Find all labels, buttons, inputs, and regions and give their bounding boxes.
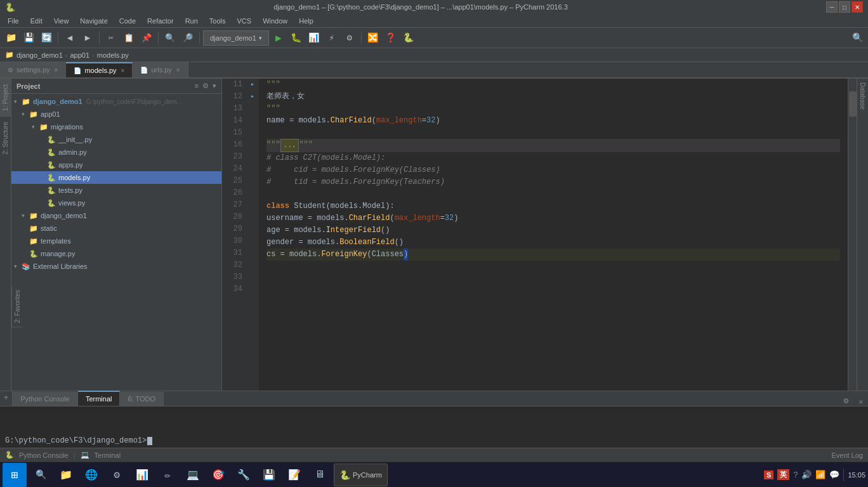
tree-item-static[interactable]: 📁 static <box>11 222 221 235</box>
event-log-btn[interactable]: Event Log <box>831 451 863 459</box>
tray-ime-s[interactable]: S <box>764 471 773 479</box>
toolbar-search-everywhere[interactable]: 🔍 <box>849 30 865 46</box>
toolbar-pycharm[interactable]: 🐍 <box>400 30 417 46</box>
tree-item-app01[interactable]: ▾ 📁 app01 <box>11 108 221 120</box>
taskbar-app-4[interactable]: 💻 <box>181 464 204 486</box>
toolbar-run[interactable]: ▶ <box>270 30 287 46</box>
tree-item-apps[interactable]: 🐍 apps.py <box>11 159 221 171</box>
menu-file[interactable]: File <box>3 16 24 26</box>
toolbar-vcs[interactable]: 🔀 <box>365 30 381 46</box>
tab-settings-close[interactable]: × <box>55 67 58 74</box>
start-button[interactable]: ⊞ <box>3 463 27 487</box>
menu-help[interactable]: Help <box>294 16 319 26</box>
menu-edit[interactable]: Edit <box>25 16 48 26</box>
bottom-tab-terminal[interactable]: Terminal <box>78 391 121 406</box>
tree-item-manage[interactable]: 🐍 manage.py <box>11 247 221 260</box>
menu-refactor[interactable]: Refactor <box>142 16 179 26</box>
tree-item-admin[interactable]: 🐍 admin.py <box>11 146 221 159</box>
terminal-content[interactable]: G:\python_code\F3\django_demo1> <box>0 406 868 448</box>
tray-ime-cy[interactable]: 英 <box>777 469 789 480</box>
breadcrumb-sep-2: › <box>92 51 95 59</box>
breadcrumb-item-1[interactable]: django_demo1 <box>16 51 63 59</box>
taskbar-app-1[interactable]: ⚙ <box>105 464 128 486</box>
toolbar-debug[interactable]: 🐛 <box>288 30 305 46</box>
tab-urls-close[interactable]: × <box>176 67 180 74</box>
taskbar-app-7[interactable]: 💾 <box>258 464 280 486</box>
menu-view[interactable]: View <box>49 16 74 26</box>
python-console-label[interactable]: Python Console <box>19 451 69 459</box>
tray-network[interactable]: 📶 <box>815 470 825 479</box>
bottom-panel-close[interactable]: ✕ <box>853 398 868 406</box>
left-tab-structure[interactable]: 2: Structure <box>0 116 11 160</box>
bottom-tab-todo[interactable]: 6: TODO <box>120 392 164 406</box>
project-collapse-all[interactable]: ≡ <box>195 82 199 90</box>
project-gear[interactable]: ▾ <box>213 82 216 90</box>
tree-item-migrations[interactable]: ▾ 📁 migrations <box>11 120 221 133</box>
taskbar-app-browser[interactable]: 🌐 <box>80 464 103 486</box>
menu-tools[interactable]: Tools <box>204 16 231 26</box>
breadcrumb-item-2[interactable]: app01 <box>70 51 89 59</box>
favorites-badge[interactable]: 2: Favorites <box>11 286 23 327</box>
tree-item-init[interactable]: 🐍 __init__.py <box>11 133 221 146</box>
toolbar-coverage[interactable]: 📊 <box>306 30 322 46</box>
database-badge[interactable]: Database <box>857 79 868 391</box>
tree-item-tests[interactable]: 🐍 tests.py <box>11 184 221 197</box>
minimize-button[interactable]: ─ <box>826 1 838 13</box>
menu-run[interactable]: Run <box>180 16 203 26</box>
tab-urls[interactable]: 📄 urls.py × <box>133 62 188 77</box>
tab-models[interactable]: 📄 models.py × <box>66 62 133 77</box>
tree-item-external-libs[interactable]: ▾ 📚 External Libraries <box>11 260 221 273</box>
tab-models-close[interactable]: × <box>121 67 125 74</box>
taskbar-app-8[interactable]: 📝 <box>283 464 306 486</box>
taskbar-app-2[interactable]: 📊 <box>131 464 154 486</box>
breadcrumb-item-3[interactable]: models.py <box>97 51 129 59</box>
bottom-panel-add[interactable]: + <box>4 394 8 403</box>
tray-action-center[interactable]: 💬 <box>829 470 839 479</box>
tab-settings[interactable]: ⚙ settings.py × <box>0 62 66 77</box>
code-content[interactable]: """ 老师表，女 """ name = models.CharField(ma… <box>259 79 848 391</box>
menu-vcs[interactable]: VCS <box>232 16 257 26</box>
toolbar-copy[interactable]: 📋 <box>121 30 137 46</box>
toolbar-help[interactable]: ❓ <box>383 30 399 46</box>
menu-navigate[interactable]: Navigate <box>75 16 112 26</box>
bottom-tab-python-console[interactable]: Python Console <box>13 392 78 406</box>
taskbar-app-5[interactable]: 🎯 <box>207 464 230 486</box>
run-config-dropdown[interactable]: django_demo1 ▾ <box>203 30 269 46</box>
taskbar-app-3[interactable]: ✏ <box>156 464 179 486</box>
toolbar-settings[interactable]: ⚙ <box>341 30 358 46</box>
toolbar-search[interactable]: 🔍 <box>162 30 178 46</box>
taskbar-app-6[interactable]: 🔧 <box>232 464 255 486</box>
menu-window[interactable]: Window <box>258 16 293 26</box>
toolbar-replace[interactable]: 🔎 <box>180 30 196 46</box>
taskbar-search[interactable]: 🔍 <box>29 464 52 486</box>
tray-audio[interactable]: 🔊 <box>801 470 812 479</box>
menu-code[interactable]: Code <box>114 16 141 26</box>
toolbar-open[interactable]: 📁 <box>3 30 19 46</box>
code-editor[interactable]: 11 12 13 14 15 16 23 24 25 26 27 28 29 3… <box>222 79 857 391</box>
toolbar-profile[interactable]: ⚡ <box>324 30 340 46</box>
left-tab-project[interactable]: 1: Project <box>0 79 11 116</box>
taskbar-app-9[interactable]: 🖥 <box>308 464 331 486</box>
bottom-panel-settings[interactable]: ⚙ <box>839 396 854 406</box>
close-button[interactable]: ✕ <box>852 1 863 13</box>
taskbar-app-explorer[interactable]: 📁 <box>55 464 77 486</box>
tray-help[interactable]: ? <box>793 470 798 479</box>
toolbar-sync[interactable]: 🔄 <box>38 30 55 46</box>
toolbar-save[interactable]: 💾 <box>20 30 37 46</box>
maximize-button[interactable]: □ <box>839 1 850 13</box>
taskbar-time: 15:05 <box>848 471 865 479</box>
tree-item-models[interactable]: 🐍 models.py <box>11 171 221 184</box>
toolbar-cut[interactable]: ✂ <box>103 30 119 46</box>
tree-manage-label: manage.py <box>41 250 75 257</box>
editor-scrollbar[interactable] <box>848 79 857 391</box>
taskbar-pycharm-active[interactable]: 🐍 PyCharm <box>334 464 388 486</box>
project-settings[interactable]: ⚙ <box>202 82 209 90</box>
terminal-label[interactable]: Terminal <box>95 451 121 459</box>
tree-item-django-demo1-dir[interactable]: ▾ 📁 django_demo1 <box>11 209 221 222</box>
tree-item-views[interactable]: 🐍 views.py <box>11 197 221 209</box>
tree-item-templates[interactable]: 📁 templates <box>11 235 221 247</box>
toolbar-paste[interactable]: 📌 <box>138 30 155 46</box>
toolbar-back[interactable]: ◀ <box>62 30 78 46</box>
toolbar-forward[interactable]: ▶ <box>79 30 96 46</box>
tree-item-root[interactable]: ▾ 📁 django_demo1 G:\python_code\F3\djang… <box>11 95 221 108</box>
